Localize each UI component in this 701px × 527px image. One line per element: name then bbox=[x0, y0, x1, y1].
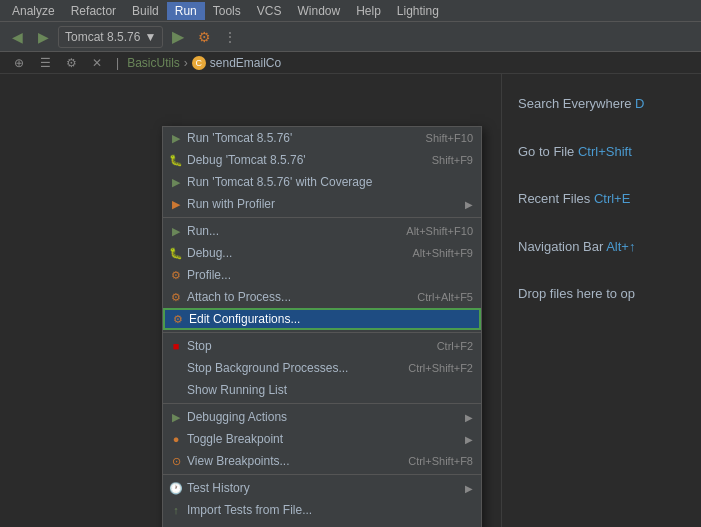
toggle-bp-label: Toggle Breakpoint bbox=[187, 432, 457, 446]
menu-tools[interactable]: Tools bbox=[205, 2, 249, 20]
breadcrumb-close-btn[interactable]: ✕ bbox=[86, 52, 108, 74]
view-bp-shortcut: Ctrl+Shift+F8 bbox=[408, 455, 473, 467]
menu-item-coverage-data[interactable]: Show Code Coverage DataCtrl+Alt+F6 bbox=[163, 521, 481, 527]
hint-recent-shortcut: Ctrl+E bbox=[594, 191, 630, 206]
hint-goto-shortcut: Ctrl+Shift bbox=[578, 144, 632, 159]
stop-label: Stop bbox=[187, 339, 421, 353]
menu-item-show-list[interactable]: Show Running List bbox=[163, 379, 481, 401]
stop-icon: ■ bbox=[168, 338, 184, 354]
run-coverage-icon: ▶ bbox=[168, 174, 184, 190]
stop-bg-shortcut: Ctrl+Shift+F2 bbox=[408, 362, 473, 374]
breadcrumb-separator: | bbox=[116, 56, 119, 70]
test-history-icon: 🕐 bbox=[168, 480, 184, 496]
run-shortcut: Alt+Shift+F10 bbox=[406, 225, 473, 237]
stop-bg-label: Stop Background Processes... bbox=[187, 361, 392, 375]
menu-item-import-tests[interactable]: ↑Import Tests from File... bbox=[163, 499, 481, 521]
run-profiler-icon: ▶ bbox=[168, 196, 184, 212]
breadcrumb-list-btn[interactable]: ☰ bbox=[34, 52, 56, 74]
breadcrumb-project: BasicUtils bbox=[127, 56, 180, 70]
menu-item-run-coverage[interactable]: ▶Run 'Tomcat 8.5.76' with Coverage bbox=[163, 171, 481, 193]
menu-window[interactable]: Window bbox=[289, 2, 348, 20]
toolbar-run-btn[interactable]: ▶ bbox=[167, 26, 189, 48]
menu-item-toggle-bp[interactable]: ●Toggle Breakpoint▶ bbox=[163, 428, 481, 450]
toolbar-forward-btn[interactable]: ▶ bbox=[32, 26, 54, 48]
hint-search-label: Search Everywhere bbox=[518, 96, 631, 111]
view-bp-icon: ⊙ bbox=[168, 453, 184, 469]
toggle-bp-icon: ● bbox=[168, 431, 184, 447]
editor-content bbox=[0, 74, 501, 90]
hint-goto: Go to File Ctrl+Shift bbox=[518, 142, 685, 162]
run-coverage-label: Run 'Tomcat 8.5.76' with Coverage bbox=[187, 175, 473, 189]
toolbar-more-btn[interactable]: ⋮ bbox=[219, 26, 241, 48]
debug-tomcat-shortcut: Shift+F9 bbox=[432, 154, 473, 166]
attach-label: Attach to Process... bbox=[187, 290, 401, 304]
menu-lighting[interactable]: Lighting bbox=[389, 2, 447, 20]
breadcrumb-arrow: › bbox=[184, 56, 188, 70]
menu-item-stop[interactable]: ■StopCtrl+F2 bbox=[163, 335, 481, 357]
menu-item-stop-bg[interactable]: Stop Background Processes...Ctrl+Shift+F… bbox=[163, 357, 481, 379]
toolbar-back-btn[interactable]: ◀ bbox=[6, 26, 28, 48]
view-bp-label: View Breakpoints... bbox=[187, 454, 392, 468]
debug-shortcut: Alt+Shift+F9 bbox=[412, 247, 473, 259]
menu-item-debug-tomcat[interactable]: 🐛Debug 'Tomcat 8.5.76'Shift+F9 bbox=[163, 149, 481, 171]
toolbar-settings-btn[interactable]: ⚙ bbox=[193, 26, 215, 48]
breadcrumb-home-btn[interactable]: ⊕ bbox=[8, 52, 30, 74]
edit-config-label: Edit Configurations... bbox=[189, 312, 471, 326]
menu-help[interactable]: Help bbox=[348, 2, 389, 20]
import-tests-label: Import Tests from File... bbox=[187, 503, 473, 517]
menu-item-edit-config[interactable]: ⚙Edit Configurations... bbox=[163, 308, 481, 330]
menu-separator bbox=[163, 332, 481, 333]
run-tomcat-icon: ▶ bbox=[168, 130, 184, 146]
breadcrumb-file: sendEmailCo bbox=[210, 56, 281, 70]
hint-recent-label: Recent Files bbox=[518, 191, 590, 206]
hint-goto-label: Go to File bbox=[518, 144, 574, 159]
hint-drop: Drop files here to op bbox=[518, 284, 685, 304]
menu-build[interactable]: Build bbox=[124, 2, 167, 20]
menu-item-run[interactable]: ▶Run...Alt+Shift+F10 bbox=[163, 220, 481, 242]
debug-label: Debug... bbox=[187, 246, 396, 260]
test-history-arrow: ▶ bbox=[465, 483, 473, 494]
debug-actions-label: Debugging Actions bbox=[187, 410, 457, 424]
run-menu[interactable]: ▶Run 'Tomcat 8.5.76'Shift+F10🐛Debug 'Tom… bbox=[162, 126, 482, 527]
hint-search: Search Everywhere D bbox=[518, 94, 685, 114]
breadcrumb-settings-btn[interactable]: ⚙ bbox=[60, 52, 82, 74]
run-profiler-label: Run with Profiler bbox=[187, 197, 457, 211]
profile-icon: ⚙ bbox=[168, 267, 184, 283]
main-area: Search Everywhere D Go to File Ctrl+Shif… bbox=[0, 74, 701, 527]
menu-item-view-bp[interactable]: ⊙View Breakpoints...Ctrl+Shift+F8 bbox=[163, 450, 481, 472]
run-label: Run... bbox=[187, 224, 390, 238]
menu-item-debug-actions[interactable]: ▶Debugging Actions▶ bbox=[163, 406, 481, 428]
stop-shortcut: Ctrl+F2 bbox=[437, 340, 473, 352]
menu-separator bbox=[163, 217, 481, 218]
attach-shortcut: Ctrl+Alt+F5 bbox=[417, 291, 473, 303]
hint-search-shortcut: D bbox=[635, 96, 644, 111]
menu-item-run-tomcat[interactable]: ▶Run 'Tomcat 8.5.76'Shift+F10 bbox=[163, 127, 481, 149]
run-icon: ▶ bbox=[168, 223, 184, 239]
debug-actions-icon: ▶ bbox=[168, 409, 184, 425]
menu-item-run-profiler[interactable]: ▶Run with Profiler▶ bbox=[163, 193, 481, 215]
hint-nav: Navigation Bar Alt+↑ bbox=[518, 237, 685, 257]
menu-analyze[interactable]: Analyze bbox=[4, 2, 63, 20]
menu-refactor[interactable]: Refactor bbox=[63, 2, 124, 20]
right-panel: Search Everywhere D Go to File Ctrl+Shif… bbox=[501, 74, 701, 527]
hint-drop-label: Drop files here to op bbox=[518, 286, 635, 301]
menu-item-profile[interactable]: ⚙Profile... bbox=[163, 264, 481, 286]
hint-nav-label: Navigation Bar bbox=[518, 239, 603, 254]
menu-separator bbox=[163, 403, 481, 404]
menu-item-test-history[interactable]: 🕐Test History▶ bbox=[163, 477, 481, 499]
debug-tomcat-label: Debug 'Tomcat 8.5.76' bbox=[187, 153, 416, 167]
toolbar-config-arrow: ▼ bbox=[144, 30, 156, 44]
debug-actions-arrow: ▶ bbox=[465, 412, 473, 423]
toolbar-config[interactable]: Tomcat 8.5.76 ▼ bbox=[58, 26, 163, 48]
class-icon: C bbox=[192, 56, 206, 70]
hint-recent: Recent Files Ctrl+E bbox=[518, 189, 685, 209]
menu-run[interactable]: Run bbox=[167, 2, 205, 20]
hint-nav-shortcut: Alt+↑ bbox=[606, 239, 635, 254]
profile-label: Profile... bbox=[187, 268, 473, 282]
menu-item-debug[interactable]: 🐛Debug...Alt+Shift+F9 bbox=[163, 242, 481, 264]
menu-bar: Analyze Refactor Build Run Tools VCS Win… bbox=[0, 0, 701, 22]
debug-tomcat-icon: 🐛 bbox=[168, 152, 184, 168]
menu-vcs[interactable]: VCS bbox=[249, 2, 290, 20]
menu-item-attach[interactable]: ⚙Attach to Process...Ctrl+Alt+F5 bbox=[163, 286, 481, 308]
toolbar: ◀ ▶ Tomcat 8.5.76 ▼ ▶ ⚙ ⋮ bbox=[0, 22, 701, 52]
